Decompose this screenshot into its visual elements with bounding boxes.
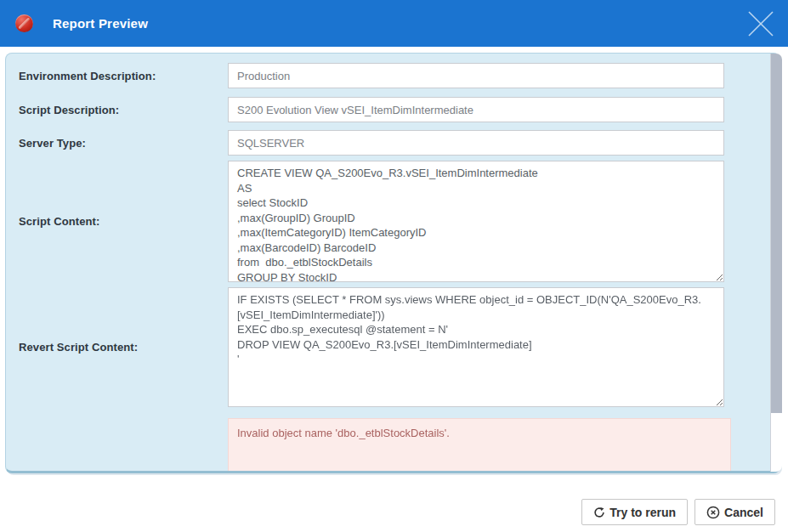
- dialog-header: Report Preview: [0, 0, 788, 47]
- close-button[interactable]: [745, 8, 777, 40]
- try-to-rerun-button[interactable]: Try to rerun: [581, 499, 688, 525]
- panel-scrollbar-thumb[interactable]: [771, 54, 782, 413]
- revert-script-textarea[interactable]: IF EXISTS (SELECT * FROM sys.views WHERE…: [228, 287, 724, 407]
- server-type-row: Server Type:: [19, 130, 779, 156]
- script-description-input[interactable]: [228, 97, 724, 122]
- cancel-label: Cancel: [724, 506, 763, 519]
- error-message-box: Invalid object name 'dbo._etblStockDetai…: [228, 418, 731, 474]
- environment-row: Environment Description:: [19, 63, 779, 88]
- server-type-input[interactable]: [228, 130, 724, 156]
- error-message-row: Error Message: Invalid object name 'dbo.…: [19, 415, 779, 473]
- environment-label: Environment Description:: [19, 70, 228, 82]
- environment-input[interactable]: [228, 63, 724, 88]
- no-entry-icon-slash: [18, 18, 30, 30]
- revert-script-label: Revert Script Content:: [19, 341, 228, 354]
- script-content-row: Script Content: CREATE VIEW QA_S200Evo_R…: [19, 161, 779, 282]
- no-entry-icon: [15, 14, 33, 32]
- panel-scrollbar[interactable]: [770, 54, 782, 472]
- revert-script-row: Revert Script Content: IF EXISTS (SELECT…: [19, 287, 779, 407]
- server-type-label: Server Type:: [19, 137, 228, 150]
- dialog-title: Report Preview: [53, 0, 148, 47]
- try-to-rerun-label: Try to rerun: [609, 506, 676, 519]
- circled-x-icon: [706, 506, 720, 519]
- refresh-icon: [593, 507, 605, 518]
- script-description-row: Script Description:: [19, 97, 779, 122]
- report-preview-panel: Environment Description: Script Descript…: [5, 53, 780, 473]
- dialog-footer: Try to rerun Cancel: [0, 476, 788, 532]
- error-message-label: Error Message:: [19, 473, 228, 474]
- script-content-textarea[interactable]: CREATE VIEW QA_S200Evo_R3.vSEI_ItemDimIn…: [228, 161, 724, 282]
- close-icon: [745, 8, 777, 40]
- script-content-label: Script Content:: [19, 215, 228, 228]
- cancel-button[interactable]: Cancel: [694, 499, 775, 525]
- script-description-label: Script Description:: [19, 104, 228, 116]
